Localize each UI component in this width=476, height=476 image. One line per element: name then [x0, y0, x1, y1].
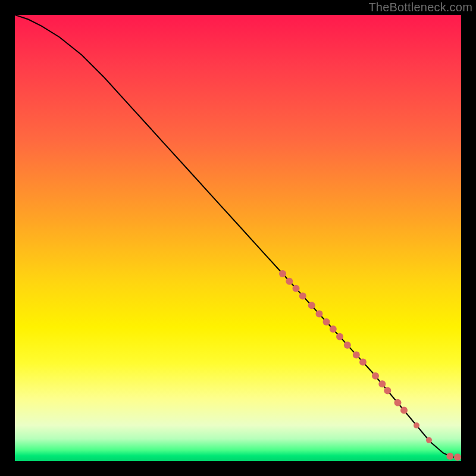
watermark-text: TheBottleneck.com	[368, 1, 472, 14]
data-marker	[400, 407, 408, 414]
data-marker	[372, 372, 379, 380]
data-marker	[394, 399, 402, 406]
data-marker	[336, 333, 343, 340]
data-marker	[353, 352, 360, 359]
data-marker	[426, 437, 432, 443]
gradient-plot-area	[15, 15, 461, 461]
data-marker	[359, 359, 367, 366]
data-marker	[330, 325, 337, 333]
data-marker	[293, 285, 300, 292]
chart-stage: TheBottleneck.com	[0, 0, 476, 476]
curve-layer	[15, 15, 461, 461]
data-marker	[316, 311, 323, 318]
data-marker	[454, 453, 461, 461]
data-marker	[323, 318, 330, 325]
bottleneck-curve	[15, 15, 461, 457]
data-marker	[286, 278, 293, 285]
data-marker	[308, 302, 315, 309]
data-marker	[384, 387, 391, 394]
data-markers	[279, 270, 461, 461]
data-marker	[446, 453, 453, 460]
data-marker	[299, 293, 306, 300]
data-marker	[344, 342, 351, 349]
data-marker	[414, 422, 419, 428]
data-marker	[378, 380, 386, 387]
data-marker	[279, 270, 286, 277]
